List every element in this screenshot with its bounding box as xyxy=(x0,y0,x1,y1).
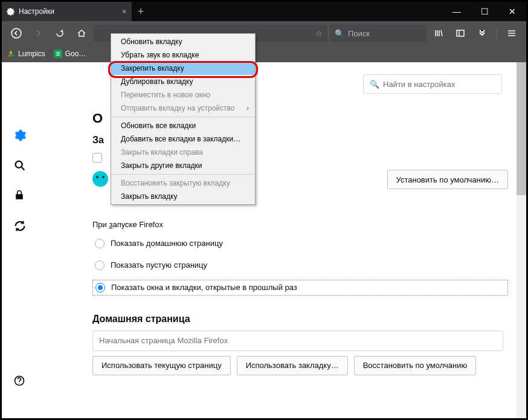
overflow-icon[interactable] xyxy=(472,24,492,43)
browser-window: Настройки × + — ☐ ✕ ☆ 🔍 Поиск Lumpi xyxy=(0,0,528,420)
tab-title: Настройки xyxy=(19,7,54,16)
sidebar-icon[interactable] xyxy=(451,24,470,43)
bookmark-google[interactable]: Goo… xyxy=(54,50,86,58)
search-icon: 🔍 xyxy=(335,29,344,38)
ctx-send-device: Отправить вкладку на устройство xyxy=(111,102,255,115)
separator xyxy=(497,27,497,39)
ctx-reload-tab[interactable]: Обновить вкладку xyxy=(111,35,255,48)
maximize-button[interactable]: ☐ xyxy=(471,2,498,21)
new-tab-button[interactable]: + xyxy=(132,2,150,21)
svg-rect-1 xyxy=(457,30,464,36)
tab-settings[interactable]: Настройки × xyxy=(2,2,132,21)
radio-icon xyxy=(95,239,105,248)
radio-home[interactable]: Показать домашнюю страницу xyxy=(92,236,508,251)
ctx-close-others[interactable]: Закрыть другие вкладки xyxy=(111,159,255,172)
gear-icon xyxy=(7,7,15,16)
firefox-face-icon xyxy=(92,171,108,187)
svg-point-0 xyxy=(11,28,21,38)
sidebar-general-icon[interactable] xyxy=(13,129,27,142)
tab-context-menu: Обновить вкладку Убрать звук во вкладке … xyxy=(111,33,256,205)
scroll-thumb[interactable] xyxy=(517,62,526,195)
sidebar-search-icon[interactable] xyxy=(13,159,27,172)
close-button[interactable]: ✕ xyxy=(498,2,526,21)
close-icon[interactable]: × xyxy=(122,7,127,16)
minimize-button[interactable]: — xyxy=(443,2,471,21)
home-buttons: Использовать текущую страницу Использова… xyxy=(92,356,508,375)
bookmarks-bar: Lumpics Goo… xyxy=(2,45,526,62)
radio-blank[interactable]: Показать пустую страницу xyxy=(92,258,508,273)
radio-icon xyxy=(95,260,105,270)
titlebar: Настройки × + — ☐ ✕ xyxy=(2,2,526,21)
settings-sidebar xyxy=(2,62,38,418)
star-icon[interactable]: ☆ xyxy=(315,29,323,38)
ctx-mute-tab[interactable]: Убрать звук во вкладке xyxy=(111,48,255,62)
scrollbar[interactable] xyxy=(517,62,526,418)
search-settings-input[interactable]: 🔍 Найти в настройках xyxy=(363,74,502,94)
ctx-close-right: Закрыть вкладки справа xyxy=(111,146,255,159)
ctx-reload-all[interactable]: Обновить все вкладки xyxy=(111,119,255,132)
set-default-button[interactable]: Установить по умолчанию… xyxy=(387,170,508,189)
homepage-input[interactable]: Начальная страница Mozilla Firefox xyxy=(92,331,503,351)
sidebar-help-icon[interactable] xyxy=(13,375,27,388)
use-bookmark-button[interactable]: Использовать закладку… xyxy=(237,356,348,375)
radio-icon xyxy=(95,283,105,292)
forward-button[interactable] xyxy=(28,24,48,43)
svg-point-3 xyxy=(16,161,22,168)
restore-default-button[interactable]: Восстановить по умолчанию xyxy=(354,356,476,375)
triangle-icon xyxy=(7,50,15,58)
search-bar[interactable]: 🔍 Поиск xyxy=(330,25,427,42)
back-button[interactable] xyxy=(7,24,26,43)
nav-toolbar: ☆ 🔍 Поиск xyxy=(2,21,526,45)
home-heading: Домашняя страница xyxy=(92,314,508,325)
home-button[interactable] xyxy=(72,24,91,43)
separator xyxy=(112,174,254,175)
ctx-undo-close: Восстановить закрытую вкладку xyxy=(111,176,255,190)
search-icon: 🔍 xyxy=(370,80,379,89)
radio-restore[interactable]: Показать окна и вкладки, открытые в прош… xyxy=(92,280,508,296)
content-area: 🔍 Найти в настройках О За х вашим браузе… xyxy=(2,62,526,418)
always-check-checkbox[interactable] xyxy=(92,153,102,163)
ctx-pin-tab[interactable]: Закрепить вкладку xyxy=(111,62,255,75)
sidebar-privacy-icon[interactable] xyxy=(13,189,27,202)
use-current-button[interactable]: Использовать текущую страницу xyxy=(92,356,231,375)
search-placeholder: Поиск xyxy=(348,29,370,38)
separator xyxy=(112,117,254,117)
sheets-icon xyxy=(54,50,62,58)
window-buttons: — ☐ ✕ xyxy=(443,2,526,21)
ctx-close-tab[interactable]: Закрыть вкладку xyxy=(111,190,255,203)
ctx-bookmark-all[interactable]: Добавить все вкладки в закладки… xyxy=(111,132,255,146)
bookmark-lumpics[interactable]: Lumpics xyxy=(7,50,45,58)
reload-button[interactable] xyxy=(50,24,69,43)
startup-label: При запуске Firefox xyxy=(92,220,508,229)
ctx-move-window: Переместить в новое окно xyxy=(111,88,255,102)
menu-button[interactable] xyxy=(502,24,521,43)
sidebar-sync-icon[interactable] xyxy=(13,219,27,233)
home-section: Домашняя страница Начальная страница Moz… xyxy=(92,314,508,375)
library-icon[interactable] xyxy=(429,24,448,43)
ctx-duplicate-tab[interactable]: Дублировать вкладку xyxy=(111,75,255,88)
